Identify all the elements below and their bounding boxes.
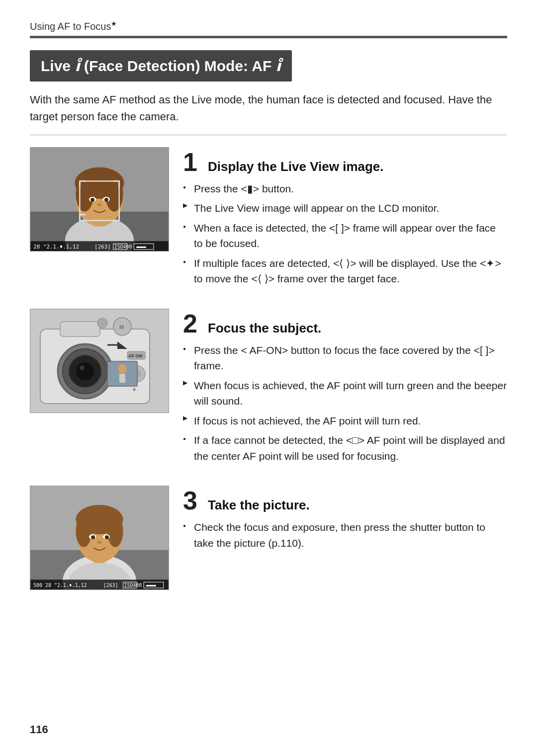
svg-text:500 28 "2.1.♦.1,12: 500 28 "2.1.♦.1,12	[33, 583, 87, 588]
step-3-heading-row: 3 Take the picture.	[183, 488, 507, 513]
svg-point-66	[97, 541, 101, 544]
step-3-heading: Take the picture.	[208, 498, 310, 513]
svg-rect-50	[119, 374, 125, 383]
step-1-row: 28 "2.1.♦.1,12 [263] ISO400 ▬▬▬ 1 Displa…	[30, 147, 507, 291]
svg-text:M: M	[119, 324, 124, 330]
list-item: If multiple faces are detected, <⟨ ⟩> wi…	[183, 255, 507, 287]
svg-text:AF-ON: AF-ON	[128, 353, 143, 358]
step-2-items: Press the < AF-ON> button to focus the f…	[183, 342, 507, 464]
step-3-image: 500 28 "2.1.♦.1,12 [263] ISO400 ▬▬▬	[30, 486, 169, 590]
svg-text:28 "2.1.♦.1,12: 28 "2.1.♦.1,12	[33, 244, 79, 250]
header-text: Using AF to Focus	[30, 21, 111, 32]
step-1-content: 1 Display the Live View image. Press the…	[183, 147, 507, 291]
svg-text:▬▬▬: ▬▬▬	[136, 244, 146, 250]
list-item: When a face is detected, the <[ ]> frame…	[183, 220, 507, 252]
step-2-image: M AF-ON	[30, 309, 169, 413]
header-superscript: ★	[111, 20, 117, 27]
list-item: The Live View image will appear on the L…	[183, 200, 507, 216]
step-3-items: Check the focus and exposure, then press…	[183, 519, 507, 551]
svg-point-11	[90, 198, 94, 202]
list-item: Press the < AF-ON> button to focus the f…	[183, 342, 507, 374]
svg-point-8	[105, 177, 123, 211]
svg-point-7	[76, 177, 93, 211]
list-item: When focus is achieved, the AF point wil…	[183, 378, 507, 409]
step-2-row: M AF-ON	[30, 309, 507, 468]
svg-text:❖: ❖	[132, 387, 136, 392]
step-2-heading-row: 2 Focus the subject.	[183, 311, 507, 336]
list-item: If focus is not achieved, the AF point w…	[183, 413, 507, 429]
list-item: Check the focus and exposure, then press…	[183, 519, 507, 551]
svg-point-61	[107, 515, 123, 547]
step-1-number: 1	[183, 149, 201, 175]
step-3-svg: 500 28 "2.1.♦.1,12 [263] ISO400 ▬▬▬	[30, 486, 169, 589]
svg-text:[263]: [263]	[103, 583, 118, 588]
step-1-image: 28 "2.1.♦.1,12 [263] ISO400 ▬▬▬	[30, 147, 169, 252]
svg-point-12	[104, 198, 108, 202]
svg-text:▬▬▬: ▬▬▬	[146, 582, 156, 588]
svg-point-39	[76, 362, 94, 380]
steps-container: 28 "2.1.♦.1,12 [263] ISO400 ▬▬▬ 1 Displa…	[30, 147, 507, 608]
step-2-content: 2 Focus the subject. Press the < AF-ON> …	[183, 309, 507, 468]
top-header: Using AF to Focus★	[30, 20, 507, 38]
intro-paragraph: With the same AF method as the Live mode…	[30, 91, 507, 125]
svg-point-40	[80, 365, 85, 370]
svg-point-13	[97, 203, 101, 206]
section-title-box: Live i̊ (Face Detection) Mode: AF i̊	[30, 50, 292, 82]
step-1-heading: Display the Live View image.	[208, 159, 384, 174]
step-2-heading: Focus the subject.	[208, 321, 321, 336]
step-1-svg: 28 "2.1.♦.1,12 [263] ISO400 ▬▬▬	[30, 148, 169, 251]
title-text: Live i̊ (Face Detection) Mode: AF i̊	[41, 58, 281, 74]
svg-point-65	[105, 535, 109, 539]
svg-text:[263]: [263]	[94, 244, 111, 250]
step-3-row: 500 28 "2.1.♦.1,12 [263] ISO400 ▬▬▬ 3 Ta…	[30, 486, 507, 590]
svg-point-49	[118, 364, 126, 374]
page-wrapper: Using AF to Focus★ Live i̊ (Face Detecti…	[0, 0, 537, 756]
section-divider	[30, 135, 507, 135]
step-2-number: 2	[183, 311, 201, 336]
step-3-number: 3	[183, 488, 201, 513]
svg-point-60	[76, 515, 91, 547]
svg-point-35	[97, 318, 107, 328]
step-3-content: 3 Take the picture. Check the focus and …	[183, 486, 507, 555]
step-1-heading-row: 1 Display the Live View image.	[183, 149, 507, 175]
list-item: If a face cannot be detected, the <□> AF…	[183, 432, 507, 464]
list-item: Press the <▮> button.	[183, 181, 507, 197]
svg-text:ISO400: ISO400	[124, 583, 142, 588]
page-number: 116	[30, 723, 48, 736]
svg-rect-32	[60, 322, 100, 336]
svg-point-64	[91, 535, 95, 539]
step-2-svg: M AF-ON	[30, 309, 169, 413]
step-1-items: Press the <▮> button. The Live View imag…	[183, 181, 507, 287]
header-divider	[30, 36, 507, 38]
svg-text:ISO400: ISO400	[114, 244, 132, 250]
